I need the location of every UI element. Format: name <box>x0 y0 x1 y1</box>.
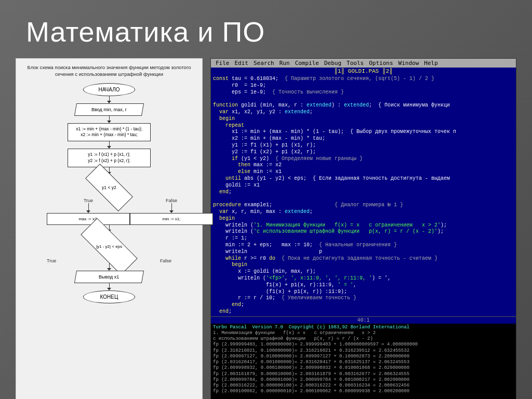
slide: Математика и ПО Блок схема поиска минима… <box>0 0 532 399</box>
menu-run[interactable]: Run <box>277 59 292 67</box>
fc-min-assign: min := x1; <box>130 213 213 225</box>
flowchart-title: Блок схема поиска минимального значения … <box>24 64 194 78</box>
fc-end: КОНЕЦ <box>83 290 135 303</box>
menu-tools[interactable]: Tools <box>344 59 366 67</box>
code-statusbar: 40:1 <box>211 316 516 324</box>
fc-block1: x1 := min + (max - min) * (1 - tau); x2 … <box>68 123 151 142</box>
fc-input: Ввод min, max, r <box>74 103 144 116</box>
fc-output: Вывод x1 <box>74 271 144 283</box>
flowchart-panel: Блок схема поиска минимального значения … <box>16 58 203 399</box>
menu-window[interactable]: Window <box>396 59 422 67</box>
flowchart-container: НАЧАЛО Ввод min, max, r x1 := min + (max… <box>24 83 194 304</box>
fc-start: НАЧАЛО <box>83 83 135 96</box>
slide-title: Математика и ПО <box>26 16 506 48</box>
menu-options[interactable]: Options <box>366 59 395 67</box>
title-area: Математика и ПО <box>0 0 532 58</box>
menu-file[interactable]: File <box>213 59 232 67</box>
menu-search[interactable]: Search <box>251 59 277 67</box>
menu-compile[interactable]: Compile <box>292 59 322 67</box>
menu-debug[interactable]: Debug <box>322 59 344 67</box>
title-left: ║1║ <box>334 68 344 74</box>
code-panel: File Edit Search Run Compile Debug Tools… <box>210 58 516 399</box>
fc-diamond1-area: y1 < y2 True max := x2; False <box>24 175 194 225</box>
title-right: ║2║ <box>382 68 393 74</box>
fc-arrow7 <box>107 283 111 290</box>
code-output: Turbo Pascal Version 7.0 Copyright (c) 1… <box>211 324 516 399</box>
code-menubar[interactable]: File Edit Search Run Compile Debug Tools… <box>211 59 516 68</box>
menu-edit[interactable]: Edit <box>232 59 251 67</box>
fc-max-assign: max := x2; <box>47 213 130 225</box>
fc-branch-false1: False min := x1; <box>130 198 213 225</box>
content-area: Блок схема поиска минимального значения … <box>0 58 532 399</box>
menu-help[interactable]: Help <box>421 59 441 67</box>
filename: GOLDI.PAS <box>348 68 379 74</box>
fc-arrow1 <box>107 96 111 103</box>
fc-arrow3 <box>107 141 111 149</box>
fc-block2: y1 := f (x1) + p (x1, r); y2 := f (x2) +… <box>68 149 151 167</box>
fc-arrow2 <box>107 116 111 123</box>
fc-diamond2-area: |y1 - y2| < eps True False <box>24 232 194 263</box>
code-editor-body[interactable]: const tau = 0.618034; { Параметр золотог… <box>211 75 516 316</box>
code-titlebar: ║1║ GOLDI.PAS ║2║ <box>211 68 516 75</box>
